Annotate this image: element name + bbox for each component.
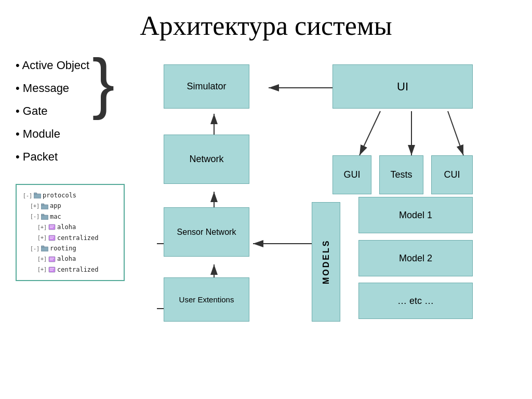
bullet-item: Message bbox=[16, 77, 89, 100]
tree-line: [+] centralized bbox=[23, 233, 117, 243]
models-box: MODELS bbox=[312, 202, 340, 322]
left-panel: Active ObjectMessageGateModulePacket } [… bbox=[16, 54, 130, 281]
svg-rect-4 bbox=[41, 215, 48, 220]
bullet-item: Gate bbox=[16, 100, 89, 123]
model1-box: Model 1 bbox=[358, 197, 473, 233]
ui-box: UI bbox=[332, 64, 473, 109]
gui-box: GUI bbox=[332, 155, 371, 194]
svg-line-31 bbox=[448, 111, 463, 155]
tree-line: [-] protocols bbox=[23, 190, 117, 201]
sensor-network-box: Sensor Network bbox=[164, 207, 249, 257]
bullet-item: Module bbox=[16, 123, 89, 145]
svg-rect-17 bbox=[49, 267, 55, 272]
bullet-item: Packet bbox=[16, 145, 89, 168]
svg-rect-13 bbox=[41, 246, 44, 247]
folder-icon bbox=[41, 214, 48, 220]
svg-line-29 bbox=[360, 111, 380, 155]
tree-line: [-] rooting bbox=[23, 243, 117, 254]
leaf-icon bbox=[48, 256, 56, 262]
tree-text: protocols bbox=[43, 190, 76, 201]
content-area: Active ObjectMessageGateModulePacket } [… bbox=[16, 54, 516, 355]
tree-line: [+] app bbox=[23, 201, 117, 211]
page: Архитектура системы Active ObjectMessage… bbox=[0, 0, 532, 399]
tree-line: [-] mac bbox=[23, 211, 117, 222]
bullet-list: Active ObjectMessageGateModulePacket bbox=[16, 54, 89, 168]
svg-rect-14 bbox=[49, 257, 55, 262]
tree-text: app bbox=[50, 201, 61, 211]
svg-rect-0 bbox=[34, 194, 41, 198]
tree-text: aloha bbox=[57, 222, 76, 232]
model2-box: Model 2 bbox=[358, 240, 473, 276]
leaf-icon bbox=[48, 224, 56, 230]
architecture-diagram: Simulator Network Sensor Network User Ex… bbox=[140, 54, 516, 355]
tree-text: centralized bbox=[57, 264, 98, 275]
tree-line: [+] aloha bbox=[23, 222, 117, 232]
network-box: Network bbox=[164, 135, 249, 184]
svg-rect-2 bbox=[41, 205, 48, 209]
simulator-box: Simulator bbox=[164, 64, 249, 109]
tree-text: aloha bbox=[57, 254, 76, 264]
leaf-icon bbox=[48, 267, 56, 273]
tree-text: centralized bbox=[57, 233, 98, 243]
tree-diagram: [-] protocols[+] app[-] mac[+] aloha[+] … bbox=[16, 184, 125, 281]
leaf-icon bbox=[48, 235, 56, 241]
page-title: Архитектура системы bbox=[16, 10, 516, 41]
etc-box: … etc … bbox=[358, 283, 473, 319]
tests-box: Tests bbox=[379, 155, 423, 194]
tree-text: mac bbox=[50, 211, 61, 222]
bullet-item: Active Object bbox=[16, 54, 89, 77]
svg-rect-12 bbox=[41, 247, 48, 251]
cui-box: CUI bbox=[431, 155, 473, 194]
svg-rect-5 bbox=[41, 214, 44, 216]
svg-rect-9 bbox=[49, 235, 55, 241]
tree-line: [+] centralized bbox=[23, 264, 117, 275]
user-extentions-box: User Extentions bbox=[164, 277, 249, 322]
folder-icon bbox=[34, 192, 41, 198]
folder-icon bbox=[41, 203, 48, 209]
svg-rect-3 bbox=[41, 204, 44, 205]
svg-rect-6 bbox=[49, 224, 55, 230]
folder-icon bbox=[41, 245, 48, 251]
tree-text: rooting bbox=[50, 243, 76, 254]
svg-rect-1 bbox=[34, 193, 37, 194]
tree-line: [+] aloha bbox=[23, 254, 117, 264]
